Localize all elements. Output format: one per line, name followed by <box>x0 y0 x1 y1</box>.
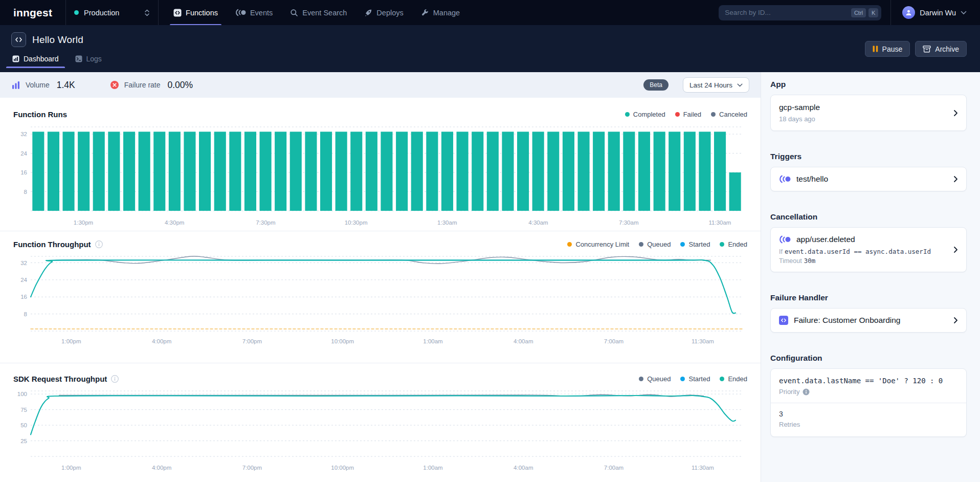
legend-item: Canceled <box>711 111 747 118</box>
function-header: Hello World Dashboard Logs Pause Archive <box>0 25 980 72</box>
configuration-heading: Configuration <box>770 354 967 363</box>
divider <box>771 403 966 403</box>
nav-tab-manage[interactable]: Manage <box>412 0 469 25</box>
chevron-right-icon <box>953 176 959 183</box>
sdk-throughput-chart: 2550751001:00pm4:00pm7:00pm10:00pm1:00am… <box>13 388 748 472</box>
function-runs-title: Function Runs <box>13 110 67 119</box>
sdk-throughput-legend: QueuedStartedEnded <box>639 375 747 383</box>
svg-text:7:30am: 7:30am <box>619 220 638 226</box>
chevron-right-icon <box>953 246 959 253</box>
volume-value: 1.4K <box>57 80 75 91</box>
legend-dot <box>720 377 724 381</box>
user-name: Darwin Wu <box>920 9 956 17</box>
svg-text:16: 16 <box>20 169 27 176</box>
svg-text:16: 16 <box>20 294 27 300</box>
triggers-section: Triggers test/hello <box>770 152 967 191</box>
time-range-dropdown[interactable]: Last 24 Hours <box>683 77 749 93</box>
trigger-name: test/hello <box>796 174 828 184</box>
svg-text:10:00pm: 10:00pm <box>331 338 354 344</box>
triggers-heading: Triggers <box>770 152 967 161</box>
cancellation-card[interactable]: app/user.deleted Ifevent.data.userId == … <box>770 227 967 272</box>
nav-tab-deploys[interactable]: Deploys <box>355 0 412 25</box>
dashboard-icon <box>12 55 19 62</box>
user-menu[interactable]: Darwin Wu <box>902 6 967 19</box>
function-tabs: Dashboard Logs <box>6 52 980 68</box>
person-icon <box>905 9 912 16</box>
configuration-section: Configuration event.data.lastName == 'Do… <box>770 354 967 437</box>
nav-divider <box>890 0 891 25</box>
primary-nav: Functions Events Event Search Deploys Ma… <box>165 0 469 25</box>
cancellation-condition: Ifevent.data.userId == async.data.userId <box>779 248 946 255</box>
legend-dot <box>675 112 680 117</box>
environment-label: Production <box>84 9 119 17</box>
nav-tab-events[interactable]: Events <box>227 0 281 25</box>
stats-bar: Volume 1.4K Failure rate 0.00% Beta Last… <box>0 72 761 98</box>
environment-status-dot <box>74 10 79 15</box>
legend-item: Ended <box>720 375 747 383</box>
svg-text:7:00am: 7:00am <box>604 338 623 344</box>
svg-text:24: 24 <box>20 150 27 157</box>
info-icon[interactable] <box>95 240 103 248</box>
dashboard-main: Volume 1.4K Failure rate 0.00% Beta Last… <box>0 72 761 482</box>
svg-text:1:00pm: 1:00pm <box>61 338 81 344</box>
info-icon[interactable] <box>803 388 810 396</box>
environment-switcher[interactable]: Production <box>65 0 159 25</box>
svg-text:10:00pm: 10:00pm <box>331 465 354 471</box>
svg-text:1:00am: 1:00am <box>423 465 442 471</box>
tab-logs[interactable]: Logs <box>69 52 108 68</box>
event-icon <box>779 175 791 183</box>
app-name: gcp-sample <box>779 103 946 112</box>
app-card[interactable]: gcp-sample 18 days ago <box>770 95 967 131</box>
function-throughput-section: Function Throughput Concurrency LimitQue… <box>0 231 761 363</box>
info-icon[interactable] <box>111 375 119 383</box>
app-meta: 18 days ago <box>779 115 946 123</box>
trigger-card[interactable]: test/hello <box>770 167 967 191</box>
sdk-request-throughput-section: SDK Request Throughput QueuedStartedEnde… <box>0 363 761 482</box>
pause-button[interactable]: Pause <box>865 41 910 57</box>
search-input[interactable] <box>725 9 849 16</box>
sdk-throughput-title: SDK Request Throughput <box>13 375 107 383</box>
nav-tab-functions[interactable]: Functions <box>165 0 227 25</box>
search-box[interactable]: Ctrl K <box>719 5 881 20</box>
svg-text:25: 25 <box>20 438 27 444</box>
app-section: App gcp-sample 18 days ago <box>770 80 967 131</box>
legend-dot <box>639 377 643 381</box>
nav-tab-event-search[interactable]: Event Search <box>281 0 355 25</box>
svg-text:4:00am: 4:00am <box>514 338 533 344</box>
failure-rate-label: Failure rate <box>124 81 161 89</box>
svg-text:4:30am: 4:30am <box>528 220 548 226</box>
search-icon <box>290 9 298 17</box>
function-icon <box>11 32 26 47</box>
svg-text:4:30pm: 4:30pm <box>165 220 184 226</box>
kbd-k: K <box>868 8 878 17</box>
wrench-icon <box>421 9 429 17</box>
function-throughput-legend: Concurrency LimitQueuedStartedEnded <box>567 240 747 248</box>
function-code-icon <box>779 316 788 325</box>
legend-item: Queued <box>639 240 671 248</box>
pause-icon <box>873 46 878 52</box>
beta-badge: Beta <box>643 79 669 91</box>
legend-item: Started <box>680 240 710 248</box>
function-runs-chart: 81624321:30pm4:30pm7:30pm10:30pm1:30am4:… <box>13 124 748 227</box>
volume-label: Volume <box>26 81 50 89</box>
failure-handler-section: Failure Handler Failure: Customer Onboar… <box>770 293 967 333</box>
function-throughput-title: Function Throughput <box>13 240 91 249</box>
legend-dot <box>711 112 716 117</box>
legend-item: Failed <box>675 111 701 118</box>
cancellation-section: Cancellation app/user.deleted Ifevent.da… <box>770 212 967 272</box>
tab-dashboard[interactable]: Dashboard <box>6 52 65 68</box>
svg-text:50: 50 <box>20 422 27 428</box>
svg-text:4:00am: 4:00am <box>514 465 533 471</box>
legend-item: Completed <box>625 111 665 118</box>
svg-text:11:30am: 11:30am <box>709 220 731 226</box>
cancellation-event-name: app/user.deleted <box>796 235 855 244</box>
volume-stat: Volume 1.4K <box>11 80 75 91</box>
legend-item: Started <box>680 375 710 383</box>
inngest-logo[interactable]: inngest <box>0 0 65 25</box>
legend-item: Queued <box>639 375 671 383</box>
archive-button[interactable]: Archive <box>915 41 967 57</box>
svg-text:32: 32 <box>20 131 27 137</box>
event-icon <box>779 235 791 244</box>
legend-dot <box>625 112 630 117</box>
failure-handler-card[interactable]: Failure: Customer Onboarding <box>770 308 967 333</box>
